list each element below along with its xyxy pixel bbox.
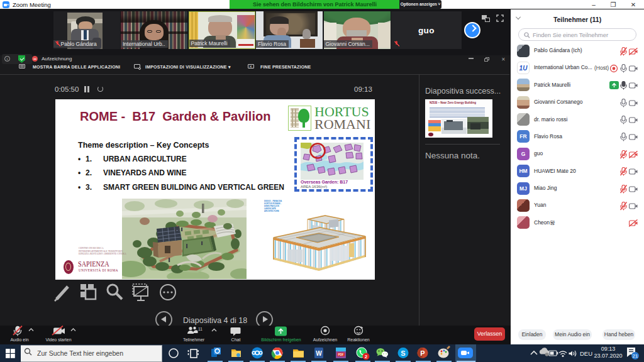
svg-text:21: 21 — [633, 353, 638, 359]
svg-text:S: S — [401, 349, 405, 357]
svg-text:W: W — [316, 350, 322, 357]
svg-text:PDF: PDF — [338, 353, 344, 356]
svg-text:2: 2 — [365, 354, 368, 359]
svg-text:P: P — [420, 349, 425, 357]
svg-text:11: 11 — [198, 327, 203, 331]
